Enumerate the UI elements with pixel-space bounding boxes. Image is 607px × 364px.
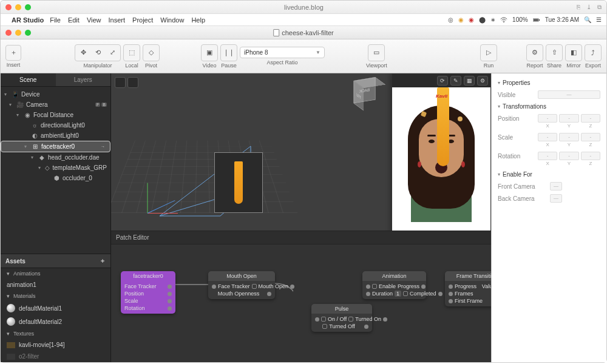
patch-editor[interactable]: Patch Editor facetracker0 Face Tracker xyxy=(111,231,491,362)
window-traffic-lights[interactable] xyxy=(5,30,31,36)
reader-icon[interactable]: ⎘ xyxy=(577,4,580,11)
pivot-button[interactable]: ◇ xyxy=(144,46,158,59)
pos-y[interactable]: - xyxy=(559,114,578,123)
preview-settings-icon[interactable]: ⚙ xyxy=(477,76,488,86)
battery-icon[interactable] xyxy=(533,16,540,24)
tree-focal[interactable]: ▾◉Focal Distance xyxy=(1,110,110,120)
status-icon-3[interactable]: ⬤ xyxy=(479,16,486,23)
back-camera-toggle[interactable]: — xyxy=(550,194,562,203)
report-button[interactable]: ⚙ xyxy=(528,46,541,59)
menu-insert[interactable]: Insert xyxy=(109,16,126,24)
status-icon-2[interactable]: ◉ xyxy=(469,16,474,23)
scene-panel: Scene Layers ▾📱Device ▾🎥CameraFB ▾◉Focal… xyxy=(1,73,111,362)
tabs-icon[interactable]: ⧉ xyxy=(597,4,602,11)
tab-scene[interactable]: Scene xyxy=(1,73,56,87)
add-asset-icon[interactable]: ＋ xyxy=(100,257,106,265)
scale-icon[interactable]: ⤢ xyxy=(106,46,119,59)
props-transforms[interactable]: Transformations xyxy=(498,101,600,112)
pos-z[interactable]: - xyxy=(581,114,600,123)
asset-material1[interactable]: defaultMaterial1 xyxy=(1,302,110,315)
assets-header[interactable]: Assets＋ xyxy=(1,254,110,268)
scene-tree[interactable]: ▾📱Device ▾🎥CameraFB ▾◉Focal Distance ☼di… xyxy=(1,87,110,254)
menu-window[interactable]: Window xyxy=(160,16,184,24)
tree-template-mask[interactable]: ▾◇templateMask_GRP xyxy=(1,163,110,173)
front-camera-toggle[interactable]: — xyxy=(550,182,562,190)
assets-materials-head[interactable]: ▾ Materials xyxy=(1,291,110,302)
mirror-button[interactable]: ◧ xyxy=(567,46,580,59)
scale-x[interactable]: - xyxy=(538,133,557,141)
vp-tool-1[interactable] xyxy=(115,77,126,88)
cc-icon[interactable]: ◎ xyxy=(448,16,453,23)
asset-animation1[interactable]: animation1 xyxy=(1,279,110,291)
download-icon[interactable]: ⤓ xyxy=(586,4,591,11)
window-titlebar: cheese-kavli-filter xyxy=(1,26,606,39)
menu-view[interactable]: View xyxy=(87,16,101,24)
wifi-icon[interactable] xyxy=(500,16,507,24)
insert-button[interactable]: ＋ Insert xyxy=(5,45,21,68)
props-properties[interactable]: Properties xyxy=(498,77,600,89)
menu-file[interactable]: File xyxy=(50,16,61,24)
menu-icon[interactable]: ☰ xyxy=(596,16,602,23)
device-preview: ⟳ ✎ ▦ ⚙ xyxy=(392,73,491,231)
node-frame-transition[interactable]: Frame Transition ProgressValue Frames94 … xyxy=(445,271,491,306)
vp-tool-2[interactable] xyxy=(127,77,138,88)
local-button[interactable]: ⬚ xyxy=(125,46,138,59)
status-icon-1[interactable]: ◉ xyxy=(458,16,464,23)
patch-editor-header: Patch Editor xyxy=(111,231,491,244)
run-button[interactable]: ▷ xyxy=(482,46,495,59)
viewport-3d[interactable]: BACK LEFT ⟳ ✎ xyxy=(111,73,491,231)
manipulator-group[interactable]: ✥ ⟲ ⤢ xyxy=(75,44,121,61)
bluetooth-icon[interactable]: ∗ xyxy=(490,16,495,23)
svg-rect-3 xyxy=(539,19,540,20)
asset-texture1[interactable]: kavli-movie[1-94] xyxy=(1,339,110,351)
move-icon[interactable]: ✥ xyxy=(76,46,90,59)
clock[interactable]: Tue 3:26 AM xyxy=(545,16,579,23)
preview-grid-icon[interactable]: ▦ xyxy=(464,76,475,86)
browser-url[interactable]: livedune.blog xyxy=(31,4,577,11)
tree-occluder[interactable]: ⬢occluder_0 xyxy=(1,173,110,183)
orientation-cube[interactable]: BACK LEFT xyxy=(359,81,381,107)
viewport-tools[interactable] xyxy=(115,77,138,88)
menu-edit[interactable]: Edit xyxy=(68,16,80,24)
export-button[interactable]: ⤴ xyxy=(586,46,600,59)
prop-front-camera-label: Front Camera xyxy=(498,183,546,190)
scale-y[interactable]: - xyxy=(559,133,578,141)
preview-plane xyxy=(214,152,263,213)
asset-texture2[interactable]: o2-filter xyxy=(1,351,110,362)
video-button[interactable]: ▣ xyxy=(203,46,216,59)
pos-x[interactable]: - xyxy=(538,114,557,123)
menu-help[interactable]: Help xyxy=(191,16,205,24)
pause-button[interactable]: ❘❘ xyxy=(222,46,236,59)
tree-head-occluder[interactable]: ▾◆head_occluder.dae xyxy=(1,152,110,163)
tree-ambient-light[interactable]: ◐ambientLight0 xyxy=(1,130,110,141)
preview-refresh-icon[interactable]: ⟳ xyxy=(437,76,448,86)
scale-z[interactable]: - xyxy=(581,133,600,141)
asset-material2[interactable]: defaultMaterial2 xyxy=(1,315,110,328)
rotate-icon[interactable]: ⟲ xyxy=(91,46,104,59)
rot-y[interactable]: - xyxy=(559,152,578,160)
browser-traffic-lights[interactable] xyxy=(5,4,31,10)
rot-x[interactable]: - xyxy=(538,152,557,160)
app-name[interactable]: AR Studio xyxy=(12,16,44,24)
node-mouth-open[interactable]: Mouth Open Face TrackerMouth Open Mouth … xyxy=(208,271,275,299)
tree-camera[interactable]: ▾🎥CameraFB xyxy=(1,99,110,110)
rot-z[interactable]: - xyxy=(581,152,600,160)
node-pulse[interactable]: Pulse On / OffTurned On Turned Off xyxy=(311,304,372,332)
device-select[interactable]: iPhone 8 ▼ xyxy=(240,47,325,58)
tree-facetracker[interactable]: ▾⊞facetracker0→ xyxy=(1,141,110,152)
prop-visible-value[interactable]: — xyxy=(538,90,600,99)
share-button[interactable]: ⇧ xyxy=(548,46,561,59)
search-icon[interactable]: 🔍 xyxy=(584,16,591,23)
tree-directional-light[interactable]: ☼directionalLight0 xyxy=(1,120,110,130)
browser-toolbar-icons[interactable]: ⎘ ⤓ ⧉ xyxy=(577,4,602,11)
assets-animations-head[interactable]: ▾ Animations xyxy=(1,268,110,279)
tab-layers[interactable]: Layers xyxy=(56,73,111,87)
assets-textures-head[interactable]: ▾ Textures xyxy=(1,328,110,339)
props-enable-for[interactable]: Enable For xyxy=(498,169,600,180)
viewport-button[interactable]: ▭ xyxy=(370,46,383,59)
node-animation[interactable]: Animation EnableProgress Duration1Comple… xyxy=(362,271,426,299)
node-facetracker[interactable]: facetracker0 Face Tracker Position Scale… xyxy=(121,271,175,314)
preview-edit-icon[interactable]: ✎ xyxy=(450,76,461,86)
menu-project[interactable]: Project xyxy=(132,16,153,24)
tree-device[interactable]: ▾📱Device xyxy=(1,89,110,99)
